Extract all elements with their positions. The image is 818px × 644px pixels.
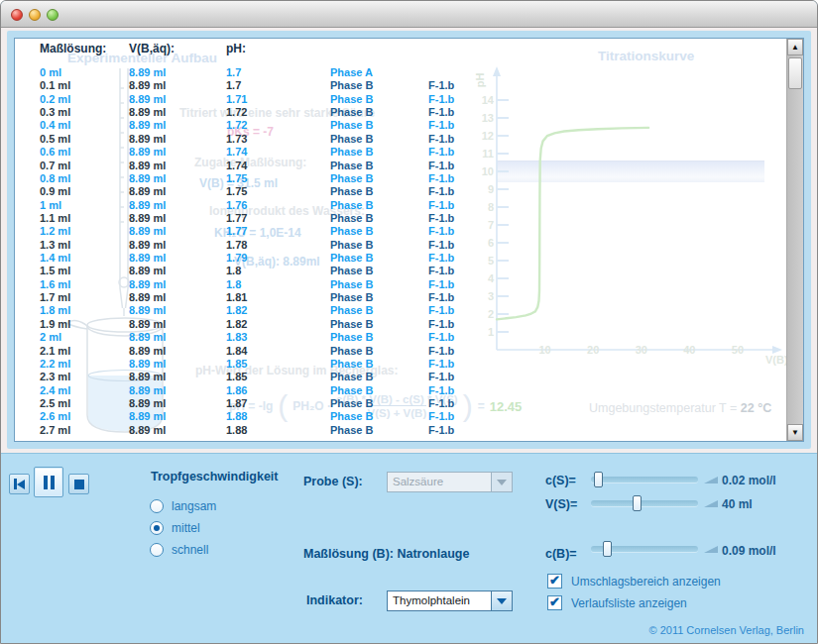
umschlagsbereich-checkbox-row[interactable]: Umschlagsbereich anzeigen [547, 574, 721, 589]
cb-slider-label: c(B)= [545, 547, 577, 561]
slider-thumb[interactable] [603, 541, 612, 557]
slider-track[interactable] [591, 546, 698, 552]
slider-track[interactable] [591, 500, 698, 506]
cs-value: 0.02 mol/l [722, 474, 776, 487]
stop-button[interactable] [68, 474, 89, 494]
table-row: 1.3 ml8.89 ml1.78Phase BF-1.b [15, 239, 783, 252]
table-row: 1.2 ml8.89 ml1.77Phase BF-1.b [15, 225, 783, 238]
radio-schnell[interactable]: schnell [150, 543, 208, 557]
radio-langsam[interactable]: langsam [150, 499, 216, 513]
verlaufsliste-checkbox-row[interactable]: Verlaufsliste anzeigen [547, 595, 687, 610]
table-row: 2.7 ml8.89 ml1.88Phase BF-1.b [15, 424, 783, 437]
ramp-icon [704, 546, 718, 553]
table-row: 1.4 ml8.89 ml1.79Phase BF-1.b [15, 252, 783, 265]
ramp-icon [704, 500, 718, 507]
skip-to-start-button[interactable] [9, 474, 30, 494]
close-button[interactable] [11, 9, 23, 21]
table-row: 2.5 ml8.89 ml1.87Phase BF-1.b [15, 397, 783, 410]
indikator-value: Thymolphtalein [388, 591, 491, 610]
chevron-down-icon [497, 480, 507, 490]
radio-mittel[interactable]: mittel [150, 521, 200, 535]
table-row: 0.4 ml8.89 ml1.72Phase BF-1.b [15, 119, 783, 132]
vs-value: 40 ml [722, 497, 753, 511]
scroll-up-button[interactable]: ▲ [787, 39, 803, 55]
pause-button[interactable] [34, 467, 63, 497]
probe-value: Salzsäure [388, 473, 491, 491]
display-area: Experimenteller Aufbau Titrationskurve T… [1, 28, 817, 453]
table-row: 1.6 ml8.89 ml1.8Phase BF-1.b [15, 278, 783, 291]
probe-dropdown: Salzsäure [387, 472, 513, 492]
drop-speed-label: Tropfgeschwindigkeit [151, 470, 279, 483]
header-masslosung: Maßlösung: [40, 42, 106, 55]
table-row: 2.3 ml8.89 ml1.85Phase BF-1.b [15, 371, 783, 383]
table-row: 2.4 ml8.89 ml1.86Phase BF-1.b [15, 384, 783, 397]
slider-thumb[interactable] [594, 472, 603, 487]
list-scrollbar[interactable]: ▲ ▼ [786, 39, 803, 441]
table-row: 2.1 ml8.89 ml1.84Phase BF-1.b [15, 345, 783, 358]
scroll-down-button[interactable]: ▼ [787, 424, 803, 441]
titlebar[interactable] [1, 1, 817, 28]
table-row: 0.1 ml8.89 ml1.7Phase BF-1.b [15, 79, 783, 92]
results-table-body: 0 ml8.89 ml1.7Phase A0.1 ml8.89 ml1.7Pha… [15, 66, 783, 437]
down-arrow-icon: ▼ [791, 428, 799, 437]
table-row: 1.8 ml8.89 ml1.82Phase BF-1.b [15, 304, 783, 317]
table-row: 0.5 ml8.89 ml1.73Phase BF-1.b [15, 133, 783, 146]
app-window: Experimenteller Aufbau Titrationskurve T… [0, 0, 818, 644]
masslosung-label: Maßlösung (B): Natronlauge [303, 547, 469, 561]
table-row: 2.2 ml8.89 ml1.85Phase BF-1.b [15, 358, 783, 371]
table-row: 0.3 ml8.89 ml1.72Phase BF-1.b [15, 106, 783, 119]
stop-icon [74, 480, 84, 489]
slider-thumb[interactable] [633, 495, 642, 511]
table-row: 0.2 ml8.89 ml1.71Phase BF-1.b [15, 93, 783, 106]
table-row: 0.7 ml8.89 ml1.74Phase BF-1.b [15, 160, 783, 172]
table-row: 1.9 ml8.89 ml1.82Phase BF-1.b [15, 318, 783, 331]
cb-value: 0.09 mol/l [722, 544, 776, 558]
chevron-down-icon [497, 598, 507, 609]
table-row: 1.7 ml8.89 ml1.81Phase BF-1.b [15, 291, 783, 304]
table-row: 0.9 ml8.89 ml1.75Phase BF-1.b [15, 185, 783, 198]
pause-icon [44, 476, 55, 489]
table-row: 0 ml8.89 ml1.7Phase A [15, 66, 783, 79]
experiment-canvas: Experimenteller Aufbau Titrationskurve T… [14, 38, 804, 442]
table-row: 0.8 ml8.89 ml1.75Phase BF-1.b [15, 172, 783, 185]
table-row: 1.5 ml8.89 ml1.8Phase BF-1.b [15, 265, 783, 277]
vs-slider-label: V(S)= [545, 497, 577, 511]
table-header: Maßlösung: V(B,äq): pH: [15, 42, 783, 57]
radio-circle[interactable] [150, 499, 164, 513]
checkbox[interactable] [547, 595, 562, 610]
indikator-label: Indikator: [306, 593, 363, 607]
ramp-icon [704, 477, 718, 483]
dropdown-arrow-box[interactable] [491, 591, 512, 610]
up-arrow-icon: ▲ [791, 43, 799, 52]
indikator-dropdown[interactable]: Thymolphtalein [387, 590, 513, 611]
checkbox[interactable] [547, 574, 562, 589]
slider-track[interactable] [591, 477, 698, 483]
probe-label: Probe (S): [303, 475, 363, 488]
zoom-button[interactable] [47, 9, 58, 21]
table-row: 1.1 ml8.89 ml1.77Phase BF-1.b [15, 212, 783, 225]
cs-slider-label: c(S)= [545, 474, 576, 487]
header-vbaq: V(B,äq): [129, 42, 175, 55]
table-row: 2.6 ml8.89 ml1.88Phase BF-1.b [15, 410, 783, 423]
copyright-text: © 2011 Cornelsen Verlag, Berlin [649, 624, 805, 636]
header-ph: pH: [226, 42, 246, 55]
dropdown-arrow-box [491, 473, 512, 491]
scrollbar-thumb[interactable] [788, 57, 802, 89]
minimize-button[interactable] [29, 9, 41, 21]
radio-circle[interactable] [150, 521, 164, 535]
table-row: 1 ml8.89 ml1.76Phase BF-1.b [15, 199, 783, 212]
radio-circle[interactable] [150, 543, 164, 557]
control-panel: Tropfgeschwindigkeit langsam mittel schn… [1, 453, 817, 643]
display-frame: Experimenteller Aufbau Titrationskurve T… [7, 31, 811, 449]
table-row: 0.6 ml8.89 ml1.74Phase BF-1.b [15, 146, 783, 159]
table-row: 2 ml8.89 ml1.83Phase BF-1.b [15, 331, 783, 344]
